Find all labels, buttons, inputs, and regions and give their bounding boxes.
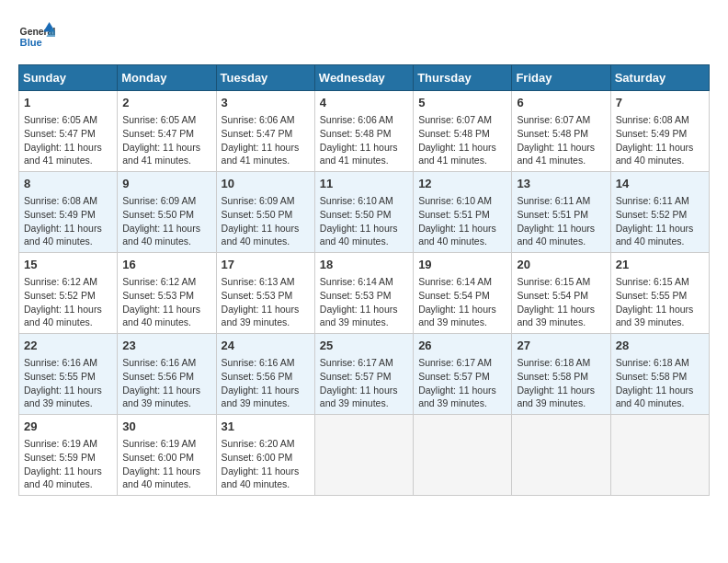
- calendar-day-cell: 29Sunrise: 6:19 AMSunset: 5:59 PMDayligh…: [19, 415, 118, 496]
- day-number: 8: [24, 176, 112, 192]
- day-number: 1: [24, 95, 112, 111]
- sunset-label: Sunset: 5:50 PM: [222, 209, 293, 220]
- sunset-label: Sunset: 5:50 PM: [320, 209, 392, 220]
- page-header: General Blue: [18, 18, 710, 55]
- calendar-header-row: SundayMondayTuesdayWednesdayThursdayFrid…: [19, 65, 710, 91]
- sunset-label: Sunset: 5:51 PM: [418, 209, 490, 220]
- daylight-label: Daylight: 11 hours and 40 minutes.: [122, 465, 200, 490]
- calendar-day-cell: 9Sunrise: 6:09 AMSunset: 5:50 PMDaylight…: [118, 172, 216, 253]
- sunset-label: Sunset: 5:53 PM: [122, 290, 194, 301]
- calendar-day-cell: 11Sunrise: 6:10 AMSunset: 5:50 PMDayligh…: [314, 172, 413, 253]
- sunset-label: Sunset: 5:58 PM: [517, 371, 588, 382]
- daylight-label: Daylight: 11 hours and 40 minutes.: [418, 223, 496, 247]
- daylight-label: Daylight: 11 hours and 41 minutes.: [222, 142, 300, 167]
- daylight-label: Daylight: 11 hours and 39 minutes.: [24, 385, 102, 409]
- day-number: 18: [320, 257, 408, 273]
- sunset-label: Sunset: 5:47 PM: [222, 128, 293, 139]
- sunset-label: Sunset: 5:48 PM: [418, 128, 490, 139]
- day-number: 12: [418, 176, 506, 192]
- daylight-label: Daylight: 11 hours and 40 minutes.: [24, 304, 102, 328]
- calendar-day-cell: 30Sunrise: 6:19 AMSunset: 6:00 PMDayligh…: [118, 415, 216, 496]
- logo-icon: General Blue: [18, 18, 55, 55]
- sunset-label: Sunset: 5:56 PM: [122, 371, 194, 382]
- daylight-label: Daylight: 11 hours and 39 minutes.: [517, 304, 595, 328]
- calendar-day-cell: 31Sunrise: 6:20 AMSunset: 6:00 PMDayligh…: [216, 415, 314, 496]
- sunrise-label: Sunrise: 6:16 AM: [122, 357, 196, 368]
- calendar-day-cell: 4Sunrise: 6:06 AMSunset: 5:48 PMDaylight…: [314, 91, 413, 172]
- calendar-day-cell: 7Sunrise: 6:08 AMSunset: 5:49 PMDaylight…: [610, 91, 709, 172]
- sunset-label: Sunset: 5:57 PM: [418, 371, 490, 382]
- calendar-day-header: Saturday: [610, 65, 709, 91]
- sunrise-label: Sunrise: 6:08 AM: [616, 114, 689, 125]
- logo: General Blue: [18, 18, 59, 55]
- calendar-day-cell: [314, 415, 413, 496]
- sunset-label: Sunset: 5:55 PM: [24, 371, 96, 382]
- daylight-label: Daylight: 11 hours and 39 minutes.: [320, 304, 398, 328]
- day-number: 11: [320, 176, 408, 192]
- sunset-label: Sunset: 5:55 PM: [616, 290, 688, 301]
- calendar-day-header: Sunday: [19, 65, 118, 91]
- sunrise-label: Sunrise: 6:17 AM: [418, 357, 492, 368]
- sunrise-label: Sunrise: 6:07 AM: [517, 114, 590, 125]
- calendar-day-cell: 1Sunrise: 6:05 AMSunset: 5:47 PMDaylight…: [19, 91, 118, 172]
- sunrise-label: Sunrise: 6:06 AM: [222, 114, 295, 125]
- sunrise-label: Sunrise: 6:18 AM: [616, 357, 689, 368]
- sunset-label: Sunset: 5:52 PM: [24, 290, 96, 301]
- sunset-label: Sunset: 5:49 PM: [616, 128, 688, 139]
- daylight-label: Daylight: 11 hours and 39 minutes.: [222, 304, 300, 328]
- sunrise-label: Sunrise: 6:20 AM: [222, 438, 295, 449]
- calendar-day-cell: [414, 415, 512, 496]
- sunset-label: Sunset: 5:54 PM: [517, 290, 588, 301]
- sunset-label: Sunset: 5:52 PM: [616, 209, 688, 220]
- calendar-week-row: 22Sunrise: 6:16 AMSunset: 5:55 PMDayligh…: [19, 334, 710, 415]
- calendar-day-cell: 28Sunrise: 6:18 AMSunset: 5:58 PMDayligh…: [610, 334, 709, 415]
- calendar-day-cell: 18Sunrise: 6:14 AMSunset: 5:53 PMDayligh…: [314, 253, 413, 334]
- day-number: 5: [418, 95, 506, 111]
- calendar-day-cell: 22Sunrise: 6:16 AMSunset: 5:55 PMDayligh…: [19, 334, 118, 415]
- sunrise-label: Sunrise: 6:16 AM: [222, 357, 295, 368]
- daylight-label: Daylight: 11 hours and 39 minutes.: [418, 385, 496, 409]
- sunset-label: Sunset: 5:47 PM: [24, 128, 96, 139]
- sunrise-label: Sunrise: 6:09 AM: [222, 195, 295, 206]
- sunrise-label: Sunrise: 6:06 AM: [320, 114, 393, 125]
- day-number: 24: [222, 338, 310, 354]
- daylight-label: Daylight: 11 hours and 40 minutes.: [517, 223, 595, 247]
- day-number: 15: [24, 257, 112, 273]
- calendar-day-cell: 16Sunrise: 6:12 AMSunset: 5:53 PMDayligh…: [118, 253, 216, 334]
- day-number: 21: [616, 257, 704, 273]
- svg-text:Blue: Blue: [20, 37, 42, 48]
- calendar-week-row: 8Sunrise: 6:08 AMSunset: 5:49 PMDaylight…: [19, 172, 710, 253]
- day-number: 10: [222, 176, 310, 192]
- daylight-label: Daylight: 11 hours and 40 minutes.: [222, 465, 300, 490]
- sunset-label: Sunset: 6:00 PM: [122, 452, 194, 463]
- day-number: 7: [616, 95, 704, 111]
- sunrise-label: Sunrise: 6:14 AM: [418, 276, 492, 287]
- sunrise-label: Sunrise: 6:08 AM: [24, 195, 97, 206]
- sunset-label: Sunset: 5:48 PM: [320, 128, 392, 139]
- calendar-day-header: Friday: [512, 65, 610, 91]
- sunset-label: Sunset: 5:50 PM: [122, 209, 194, 220]
- calendar-day-cell: 25Sunrise: 6:17 AMSunset: 5:57 PMDayligh…: [314, 334, 413, 415]
- calendar-day-cell: 2Sunrise: 6:05 AMSunset: 5:47 PMDaylight…: [118, 91, 216, 172]
- sunset-label: Sunset: 5:57 PM: [320, 371, 392, 382]
- calendar-day-cell: 19Sunrise: 6:14 AMSunset: 5:54 PMDayligh…: [414, 253, 512, 334]
- day-number: 13: [517, 176, 605, 192]
- calendar-day-cell: 17Sunrise: 6:13 AMSunset: 5:53 PMDayligh…: [216, 253, 314, 334]
- daylight-label: Daylight: 11 hours and 41 minutes.: [418, 142, 496, 167]
- day-number: 31: [222, 419, 310, 435]
- daylight-label: Daylight: 11 hours and 40 minutes.: [24, 223, 102, 247]
- day-number: 30: [122, 419, 210, 435]
- daylight-label: Daylight: 11 hours and 40 minutes.: [320, 223, 398, 247]
- calendar-day-cell: 14Sunrise: 6:11 AMSunset: 5:52 PMDayligh…: [610, 172, 709, 253]
- daylight-label: Daylight: 11 hours and 41 minutes.: [24, 142, 102, 167]
- calendar-table: SundayMondayTuesdayWednesdayThursdayFrid…: [18, 64, 710, 496]
- calendar-day-cell: 26Sunrise: 6:17 AMSunset: 5:57 PMDayligh…: [414, 334, 512, 415]
- sunrise-label: Sunrise: 6:13 AM: [222, 276, 295, 287]
- calendar-day-header: Monday: [118, 65, 216, 91]
- calendar-day-cell: 8Sunrise: 6:08 AMSunset: 5:49 PMDaylight…: [19, 172, 118, 253]
- day-number: 20: [517, 257, 605, 273]
- sunrise-label: Sunrise: 6:09 AM: [122, 195, 196, 206]
- calendar-day-cell: 23Sunrise: 6:16 AMSunset: 5:56 PMDayligh…: [118, 334, 216, 415]
- sunset-label: Sunset: 5:49 PM: [24, 209, 96, 220]
- day-number: 14: [616, 176, 704, 192]
